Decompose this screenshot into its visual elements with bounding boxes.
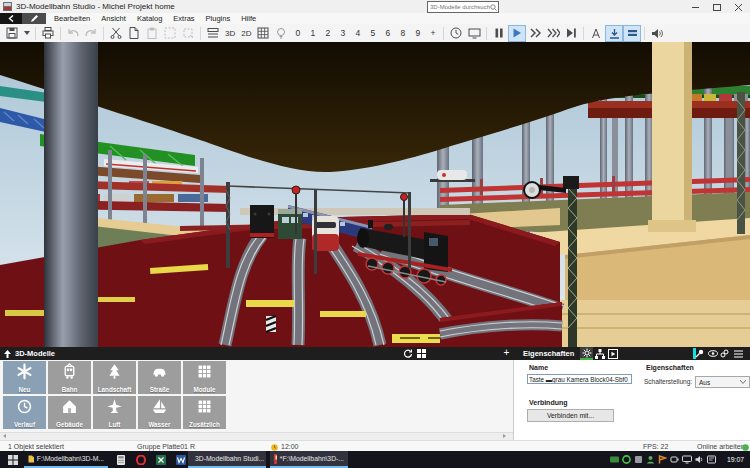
link-button[interactable]: [718, 348, 731, 359]
animation-tab-button[interactable]: [606, 348, 619, 359]
back-button[interactable]: [0, 13, 22, 24]
pin-panel-button[interactable]: [693, 348, 706, 359]
maximize-button[interactable]: [710, 3, 724, 11]
camera-preset-5[interactable]: 5: [365, 28, 380, 38]
close-button[interactable]: [731, 3, 745, 11]
tile-module[interactable]: Module: [183, 361, 226, 394]
select-region-button[interactable]: [161, 25, 179, 42]
taskbar-folder-button[interactable]: F:\Modellbahn\3D-M...: [24, 451, 108, 468]
catalog-panel-header: 3D-Modelle: [0, 347, 513, 360]
menu-plugins[interactable]: Plugins: [204, 13, 233, 24]
structure-tab-button[interactable]: [593, 348, 606, 359]
save-button[interactable]: [3, 25, 21, 42]
switch-position-select[interactable]: Aus: [695, 376, 750, 388]
pause-button[interactable]: [490, 25, 508, 42]
play-button[interactable]: [508, 25, 526, 42]
tray-icon-1[interactable]: [610, 455, 619, 464]
new-document-icon: [128, 27, 140, 39]
tray-icon-6[interactable]: [670, 455, 679, 464]
fastest-forward-button[interactable]: [544, 25, 562, 42]
save-dropdown-button[interactable]: [21, 25, 32, 42]
tile-verlauf[interactable]: Verlauf: [3, 396, 46, 429]
paste-button[interactable]: [143, 25, 161, 42]
capture-view-button[interactable]: [605, 25, 623, 42]
catalog-view-button[interactable]: [415, 348, 428, 359]
connect-with-button[interactable]: Verbinden mit...: [527, 409, 614, 422]
camera-preset-4[interactable]: 4: [350, 28, 365, 38]
taskbar-excel-button[interactable]: [152, 451, 169, 468]
scroll-right-icon[interactable]: [503, 434, 506, 438]
volume-button[interactable]: [648, 25, 666, 42]
taskbar-opera-button[interactable]: [132, 451, 149, 468]
double-bar-icon: [627, 29, 638, 37]
tile-luft[interactable]: Luft: [93, 396, 136, 429]
menu-hilfe[interactable]: Hilfe: [239, 13, 258, 24]
undo-button[interactable]: [64, 25, 82, 42]
scroll-left-icon[interactable]: [3, 434, 6, 438]
tray-volume-icon[interactable]: [695, 455, 704, 464]
online-status[interactable]: Online arbeiten: [697, 443, 744, 450]
tile-zusaetzlich[interactable]: Zusätzlich: [183, 396, 226, 429]
lamp-button[interactable]: [272, 25, 290, 42]
menu-ansicht[interactable]: Ansicht: [99, 13, 128, 24]
taskbar-app-button[interactable]: 3D-Modellbahn Studi...: [188, 451, 266, 468]
new-document-button[interactable]: [125, 25, 143, 42]
screenshot-button[interactable]: [465, 25, 483, 42]
camera-preset-add[interactable]: +: [425, 28, 440, 38]
viewport-3d[interactable]: [0, 42, 750, 347]
name-field[interactable]: [527, 374, 632, 384]
add-model-button[interactable]: +: [501, 348, 512, 359]
taskbar-clock[interactable]: 19:07: [727, 456, 744, 463]
transform-selection-button[interactable]: [179, 25, 197, 42]
taskbar-calculator-button[interactable]: [112, 451, 129, 468]
train-steam-loco-front[interactable]: [250, 205, 274, 238]
text-size-button[interactable]: [587, 25, 605, 42]
collapse-up-icon[interactable]: [4, 350, 11, 358]
tray-icon-2[interactable]: [622, 455, 631, 464]
grid-button[interactable]: [254, 25, 272, 42]
view-3d-button[interactable]: 3D: [222, 29, 238, 38]
track-bar-button[interactable]: [623, 25, 641, 42]
tile-strasse[interactable]: Straße: [138, 361, 181, 394]
tray-icon-7[interactable]: [682, 455, 692, 464]
layers-button[interactable]: [204, 25, 222, 42]
tray-icon-4[interactable]: [646, 455, 655, 464]
tray-notification-icon[interactable]: [707, 455, 716, 464]
train-green-railcar[interactable]: [278, 209, 302, 239]
menu-extras[interactable]: Extras: [171, 13, 196, 24]
catalog-search: [427, 1, 499, 13]
tile-neu[interactable]: Neu: [3, 361, 46, 394]
cut-button[interactable]: [107, 25, 125, 42]
sim-clock-button[interactable]: [447, 25, 465, 42]
tray-icon-5[interactable]: [658, 455, 667, 464]
view-2d-button[interactable]: 2D: [238, 29, 254, 38]
edit-mode-tab[interactable]: [22, 13, 46, 24]
camera-preset-6[interactable]: 6: [380, 28, 395, 38]
camera-preset-2[interactable]: 2: [320, 28, 335, 38]
menu-katalog[interactable]: Katalog: [135, 13, 164, 24]
refresh-catalog-button[interactable]: [401, 348, 414, 359]
tray-icon-3[interactable]: [634, 455, 643, 464]
menu-bearbeiten[interactable]: Bearbeiten: [52, 13, 92, 24]
fast-forward-button[interactable]: [526, 25, 544, 42]
camera-preset-3[interactable]: 3: [335, 28, 350, 38]
camera-preset-0[interactable]: 0: [290, 28, 305, 38]
taskbar-word-button[interactable]: [172, 451, 189, 468]
camera-preset-8[interactable]: 8: [395, 28, 410, 38]
minimize-button[interactable]: [688, 3, 702, 11]
skip-to-end-button[interactable]: [562, 25, 580, 42]
camera-preset-1[interactable]: 1: [305, 28, 320, 38]
tile-wasser[interactable]: Wasser: [138, 396, 181, 429]
tile-gebaeude[interactable]: Gebäude: [48, 396, 91, 429]
search-input[interactable]: [428, 4, 490, 10]
panel-menu-button[interactable]: [732, 348, 745, 359]
camera-preset-9[interactable]: 9: [410, 28, 425, 38]
tile-bahn[interactable]: Bahn: [48, 361, 91, 394]
taskbar-file-button[interactable]: *F:\Modellbahn\3D-...: [270, 451, 348, 468]
tram-icon: [61, 363, 78, 380]
properties-tab-button[interactable]: [580, 347, 593, 360]
redo-button[interactable]: [82, 25, 100, 42]
tile-landschaft[interactable]: Landschaft: [93, 361, 136, 394]
start-button[interactable]: [4, 451, 21, 468]
print-button[interactable]: [39, 25, 57, 42]
